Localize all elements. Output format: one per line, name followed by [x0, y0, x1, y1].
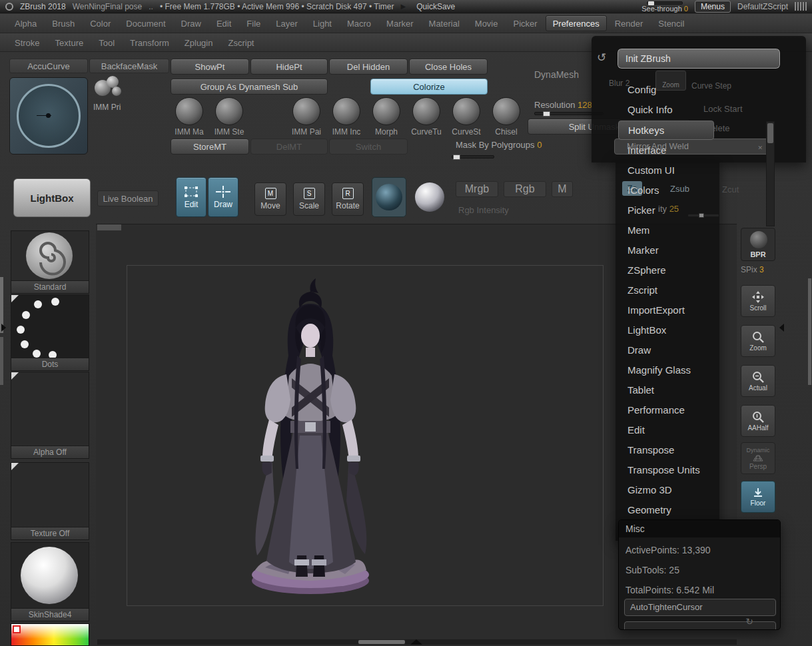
edit-mode-button[interactable]: Edit [176, 177, 206, 217]
backfacemask-button[interactable]: BackfaceMask [89, 59, 169, 73]
shelf-scrollbar-thumb[interactable] [767, 123, 773, 143]
preferences-menu-item[interactable]: Interface [617, 141, 718, 161]
menu-item[interactable]: Macro [340, 16, 378, 31]
brush-button[interactable]: IMM Pai [286, 97, 326, 137]
preferences-menu-item[interactable]: Zscript [617, 280, 718, 300]
menu-item[interactable]: Alpha [8, 16, 43, 31]
mask-by-polygroups-label[interactable]: Mask By Polygroups 0 [456, 140, 542, 150]
auto-tighten-cursor-button[interactable]: AutoTightenCursor [624, 599, 776, 616]
brush-button[interactable]: IMM Ste [209, 97, 249, 137]
preferences-menu-item[interactable]: Custom UI [617, 161, 718, 180]
lightbox-button[interactable]: LightBox [13, 178, 91, 217]
menu-item[interactable]: Transform [123, 35, 176, 49]
titlebar-grip-icon[interactable] [795, 2, 807, 11]
brush-button[interactable]: CurveTu [406, 97, 446, 137]
preferences-menu-item[interactable]: Edit [617, 420, 718, 440]
menu-item[interactable]: Preferences [546, 16, 606, 31]
material-thumbnail[interactable]: SkinShade4 [11, 542, 89, 621]
canvas-hscroll-arrow[interactable] [410, 639, 422, 645]
actual-button[interactable]: Actual [741, 365, 775, 397]
brush-button[interactable]: Chisel [486, 97, 526, 137]
scroll-button[interactable]: Scroll [741, 285, 775, 317]
preferences-menu-item[interactable]: Draw [617, 340, 718, 360]
left-tray-toggle-arrow[interactable] [1, 324, 6, 332]
live-boolean-button[interactable]: Live Boolean [97, 190, 159, 206]
texture-thumbnail[interactable]: Texture Off [11, 462, 89, 540]
preferences-menu-item[interactable]: Quick Info [617, 100, 718, 120]
preferences-menu-item[interactable]: Transpose Units [617, 460, 718, 480]
preferences-menu-item[interactable]: Hotkeys [618, 121, 714, 140]
preferences-menu-item[interactable]: Transpose [617, 440, 718, 460]
canvas-tab[interactable] [97, 224, 121, 230]
group-as-dynamesh-button[interactable]: Group As Dynamesh Sub [171, 79, 328, 95]
current-stroke-button[interactable] [372, 177, 406, 217]
draw-mode-button[interactable]: Draw [208, 177, 238, 217]
preferences-menu-item[interactable]: ZSphere [617, 260, 718, 280]
default-zscript-button[interactable]: DefaultZScript [737, 2, 788, 11]
preferences-menu-item[interactable]: IColors [617, 180, 718, 200]
imm-pri-icon[interactable] [95, 76, 125, 101]
right-tray-toggle-arrow[interactable] [779, 324, 784, 332]
menu-item[interactable]: Zplugin [178, 35, 220, 49]
menu-item[interactable]: Material [422, 16, 466, 31]
dynamic-persp-button[interactable]: Dynamic Persp [741, 442, 775, 474]
menu-item[interactable]: Edit [210, 16, 238, 31]
colorize-button[interactable]: Colorize [370, 79, 488, 95]
restore-icon[interactable]: ↺ [597, 51, 606, 65]
color-picker-cursor[interactable] [13, 625, 21, 633]
menu-item[interactable]: Document [119, 16, 172, 31]
menu-item[interactable]: Tool [92, 35, 121, 49]
spix-slider-label[interactable]: SPix 3 [741, 265, 764, 274]
menu-item[interactable]: Brush [45, 16, 81, 31]
zoom-button[interactable]: Zoom [741, 325, 775, 357]
preferences-menu-item[interactable]: Geometry [617, 500, 718, 520]
preferences-menu-item[interactable]: Marker [617, 240, 718, 260]
menu-item[interactable]: Color [83, 16, 117, 31]
brush-button[interactable]: Morph [366, 97, 406, 137]
see-through-widget[interactable]: See-through 0 [641, 1, 688, 12]
mrgb-button[interactable]: Mrgb [456, 181, 498, 197]
menu-item[interactable]: Marker [380, 16, 420, 31]
shelf-scrollbar-track[interactable] [766, 121, 775, 226]
stroke-thumbnail[interactable]: Dots [11, 294, 89, 371]
brush-button[interactable]: IMM Inc [326, 97, 366, 137]
accucurve-button[interactable]: AccuCurve [9, 59, 88, 73]
color-picker[interactable] [11, 623, 89, 646]
menu-item[interactable]: Draw [175, 16, 208, 31]
character-model[interactable] [225, 269, 398, 602]
current-material-button[interactable] [413, 178, 446, 216]
brush-button[interactable]: IMM Ma [169, 97, 209, 137]
alpha-thumbnail[interactable]: Alpha Off [11, 372, 89, 459]
close-holes-button[interactable]: Close Holes [409, 59, 488, 75]
right-tray-scrollbar[interactable] [808, 278, 811, 385]
menu-item[interactable]: Stroke [8, 35, 47, 49]
menus-button[interactable]: Menus [695, 1, 731, 13]
menu-item[interactable]: Picker [507, 16, 544, 31]
preferences-menu-item[interactable]: Tablet [617, 380, 718, 400]
move-mode-button[interactable]: M Move [254, 182, 286, 216]
menu-item[interactable]: Zscript [221, 35, 260, 49]
preferences-menu-item[interactable]: Config [617, 80, 718, 100]
quicksave-button[interactable]: QuickSave [416, 2, 455, 11]
left-tray-scrollbar[interactable] [0, 337, 3, 385]
misc-section-header[interactable]: Misc [619, 520, 780, 537]
menu-item[interactable]: Movie [468, 16, 505, 31]
scale-mode-button[interactable]: S Scale [293, 182, 325, 216]
menu-item[interactable]: File [240, 16, 267, 31]
rgb-intensity-label[interactable]: Rgb Intensity [458, 205, 509, 215]
rgb-button[interactable]: Rgb [504, 181, 546, 197]
preferences-menu-item[interactable]: ImportExport [617, 300, 718, 320]
init-zbrush-button[interactable]: Init ZBrush [617, 48, 781, 69]
showpt-button[interactable]: ShowPt [171, 59, 249, 75]
rotate-mode-button[interactable]: R Rotate [332, 182, 364, 216]
see-through-slider[interactable] [647, 1, 683, 5]
del-hidden-button[interactable]: Del Hidden [329, 59, 408, 75]
bpr-button[interactable]: BPR [741, 228, 775, 261]
menu-item[interactable]: Layer [269, 16, 304, 31]
hidept-button[interactable]: HidePt [250, 59, 328, 75]
storemt-button[interactable]: StoreMT [171, 139, 249, 155]
aahalf-button[interactable]: AAHalf [741, 405, 775, 437]
resolution-slider-label[interactable]: Resolution 128 [534, 100, 592, 110]
canvas-hscroll-thumb[interactable] [358, 640, 405, 644]
mask-by-polygroups-slider[interactable] [452, 155, 494, 159]
